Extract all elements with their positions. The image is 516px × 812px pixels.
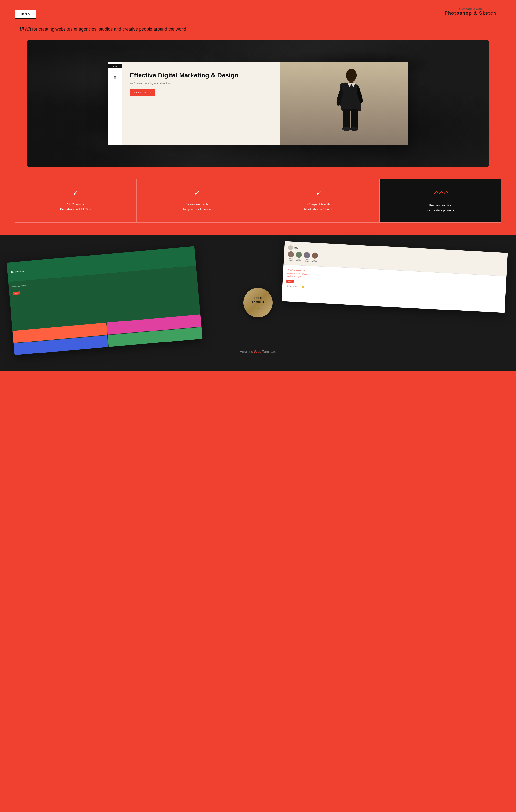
features-section: ✓ 12 ColumnsBootstrap grid 1170px ✓ 42 u… xyxy=(0,167,516,235)
right-more-button[interactable]: more xyxy=(286,280,293,283)
avatar-name-3: OliviaFisher xyxy=(305,259,309,262)
features-grid: ✓ 12 ColumnsBootstrap grid 1170px ✓ 42 u… xyxy=(15,179,501,223)
person-illustration xyxy=(280,62,408,145)
avatar-name-2: AlexWilson xyxy=(296,258,301,262)
wave-svg xyxy=(433,189,448,196)
right-header-brand: Nike xyxy=(294,247,298,249)
left-mockup-header-text: The Creative... xyxy=(11,270,24,273)
avatar-1: JessicaBrown xyxy=(287,251,294,261)
website-mockup: intro ☰ Effective Digital Marketing & De… xyxy=(108,62,408,145)
screenshot-right: Nike JessicaBrown AlexWilson xyxy=(282,241,508,313)
compatible-big-text: Photoshop & Sketch xyxy=(445,11,496,16)
sample-text: FREESAMPLE xyxy=(251,297,265,304)
free-sample-badge: FREESAMPLE ↓ xyxy=(243,288,273,317)
mockup-sidebar: intro ☰ xyxy=(108,62,122,145)
feature-card-2: ✓ 42 unique cardsfor your cool design xyxy=(137,179,258,222)
avatar-name-1: JessicaBrown xyxy=(288,258,293,261)
mockup-photo xyxy=(280,62,408,145)
waves-icon xyxy=(387,189,494,198)
crumpled-background: intro ☰ Effective Digital Marketing & De… xyxy=(27,40,489,167)
svg-point-5 xyxy=(342,127,351,131)
tagline: UI Kit for creating websites of agencies… xyxy=(20,26,501,32)
status-dot xyxy=(302,286,304,288)
right-mockup-card: Nike JessicaBrown AlexWilson xyxy=(282,241,508,313)
mockup-sidebar-label: intro xyxy=(108,64,122,68)
check-icon-2: ✓ xyxy=(144,189,251,197)
check-icon-1: ✓ xyxy=(22,189,129,197)
avatar-2: AlexWilson xyxy=(295,252,302,262)
svg-point-7 xyxy=(288,245,293,250)
avatar-circle-2 xyxy=(296,252,302,258)
avatar-circle-1 xyxy=(288,251,294,258)
svg-rect-3 xyxy=(343,110,350,129)
avatar-4: MarkArthem xyxy=(312,252,318,262)
intro-badge: intro xyxy=(15,10,36,19)
svg-point-1 xyxy=(346,69,357,82)
more-button[interactable]: more xyxy=(13,291,20,295)
feature-card-3: ✓ Compatible withPhotoshop & Sketch xyxy=(258,179,380,222)
footer-post: Template xyxy=(261,350,276,353)
svg-rect-4 xyxy=(351,110,358,129)
view-all-works-button[interactable]: view all works xyxy=(130,89,155,96)
tagline-rest: for creating websites of agencies, studi… xyxy=(31,27,188,31)
mockup-content: Effective Digital Marketing & Design We … xyxy=(122,62,408,145)
footer-highlight: Free xyxy=(254,350,261,353)
avatar-circle-3 xyxy=(304,252,310,258)
feature-title-4: The best solutionfor creative projects xyxy=(387,203,494,212)
tagline-bold: UI Kit xyxy=(20,27,31,31)
feature-card-1: ✓ 12 ColumnsBootstrap grid 1170px xyxy=(15,179,137,222)
footer-pre: Amazing xyxy=(240,350,254,353)
feature-title-1: 12 ColumnsBootstrap grid 1170px xyxy=(22,202,129,211)
feature-title-3: Compatible withPhotoshop & Sketch xyxy=(265,202,372,211)
check-icon-3: ✓ xyxy=(265,189,372,197)
mockup-title: Effective Digital Marketing & Design xyxy=(130,71,279,79)
feature-title-2: 42 unique cardsfor your cool design xyxy=(144,202,251,211)
contact-number: +1 (347) 765 4321 xyxy=(286,285,300,288)
avatar-circle-4 xyxy=(312,252,318,259)
compatible-label: Compatible with Photoshop & Sketch xyxy=(445,7,496,16)
hamburger-icon[interactable]: ☰ xyxy=(113,76,117,80)
screenshot-left: The Creative... We create the best... mo… xyxy=(7,246,203,355)
feature-card-4: The best solutionfor creative projects xyxy=(380,179,501,222)
mock-container: intro ☰ Effective Digital Marketing & De… xyxy=(27,40,489,167)
sample-circle: FREESAMPLE ↓ xyxy=(243,288,273,317)
top-section: Compatible with Photoshop & Sketch intro… xyxy=(0,0,516,167)
left-mockup-card: The Creative... We create the best... mo… xyxy=(7,246,203,355)
avatar-name-4: MarkArthem xyxy=(312,259,317,262)
svg-point-6 xyxy=(350,127,359,131)
avatar-3: OliviaFisher xyxy=(304,252,310,262)
compatible-small-text: Compatible with xyxy=(445,7,496,10)
bottom-section: FREESAMPLE ↓ The Creative... We create t… xyxy=(0,235,516,371)
sample-arrow-icon: ↓ xyxy=(251,304,265,310)
